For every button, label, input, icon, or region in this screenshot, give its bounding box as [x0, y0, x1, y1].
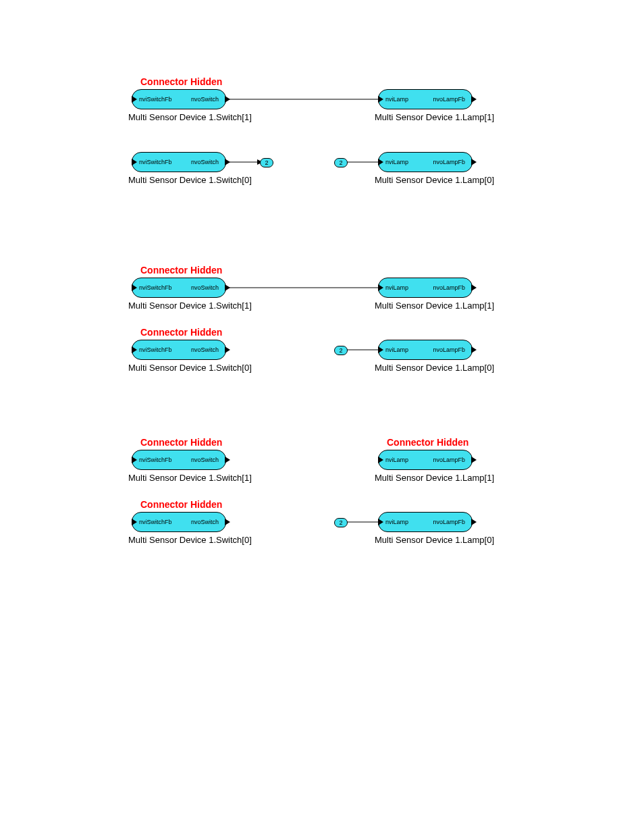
arrow-out-icon	[471, 346, 477, 353]
caption-switch1-g3: Multi Sensor Device 1.Switch[1]	[128, 473, 252, 483]
port-in-label: nviLamp	[385, 519, 408, 525]
connector-hidden-label: Connector Hidden	[140, 437, 222, 448]
port-in-label: nviLamp	[385, 159, 408, 165]
port-out-label: nvoLampFb	[433, 159, 465, 165]
arrow-in-icon	[132, 519, 137, 525]
block-switch0-g1[interactable]: nviSwitchFb nvoSwitch	[132, 152, 226, 172]
connector-hidden-label: Connector Hidden	[140, 327, 222, 338]
block-switch1-g1[interactable]: nviSwitchFb nvoSwitch	[132, 89, 226, 109]
caption-lamp1-g2: Multi Sensor Device 1.Lamp[1]	[375, 301, 494, 311]
arrow-in-icon	[132, 284, 137, 291]
block-lamp1-g3[interactable]: nviLamp nvoLampFb	[378, 450, 473, 470]
caption-lamp1-g1: Multi Sensor Device 1.Lamp[1]	[375, 112, 494, 122]
arrow-in-icon	[378, 159, 383, 165]
port-in-label: nviSwitchFb	[139, 96, 172, 103]
connection-ref-badge[interactable]: 2	[334, 158, 348, 167]
connection-ref-badge[interactable]: 2	[260, 158, 273, 167]
block-lamp0-g2[interactable]: nviLamp nvoLampFb	[378, 340, 473, 360]
port-in-label: nviLamp	[385, 96, 408, 103]
block-lamp0-g3[interactable]: nviLamp nvoLampFb	[378, 512, 473, 532]
port-in-label: nviSwitchFb	[139, 346, 172, 353]
arrow-out-icon	[471, 519, 477, 525]
port-out-label: nvoLampFb	[433, 346, 465, 353]
arrow-in-icon	[378, 96, 383, 103]
port-out-label: nvoLampFb	[433, 457, 465, 463]
connector-hidden-label: Connector Hidden	[140, 499, 222, 510]
arrow-in-icon	[378, 284, 383, 291]
port-out-label: nvoSwitch	[191, 519, 219, 525]
arrow-out-icon	[471, 457, 477, 463]
arrow-out-icon	[225, 457, 230, 463]
arrow-out-icon	[225, 284, 230, 291]
caption-switch0-g1: Multi Sensor Device 1.Switch[0]	[128, 175, 252, 185]
connector-hidden-label: Connector Hidden	[387, 437, 468, 448]
block-switch1-g2[interactable]: nviSwitchFb nvoSwitch	[132, 278, 226, 298]
connection-ref-badge[interactable]: 2	[334, 346, 348, 355]
port-out-label: nvoLampFb	[433, 284, 465, 291]
caption-lamp0-g1: Multi Sensor Device 1.Lamp[0]	[375, 175, 494, 185]
arrow-in-icon	[132, 159, 137, 165]
arrow-in-icon	[132, 346, 137, 353]
port-out-label: nvoSwitch	[191, 346, 219, 353]
arrow-out-icon	[471, 159, 477, 165]
port-in-label: nviLamp	[385, 457, 408, 463]
connection-ref-badge[interactable]: 2	[334, 518, 348, 527]
port-out-label: nvoLampFb	[433, 519, 465, 525]
block-lamp1-g1[interactable]: nviLamp nvoLampFb	[378, 89, 473, 109]
port-in-label: nviLamp	[385, 346, 408, 353]
connector-hidden-label: Connector Hidden	[140, 265, 222, 276]
port-out-label: nvoSwitch	[191, 96, 219, 103]
arrow-in-icon	[132, 96, 137, 103]
arrow-out-icon	[225, 346, 230, 353]
port-out-label: nvoLampFb	[433, 96, 465, 103]
arrow-out-icon	[225, 96, 230, 103]
arrow-in-icon	[378, 519, 383, 525]
port-in-label: nviSwitchFb	[139, 159, 172, 165]
caption-switch0-g2: Multi Sensor Device 1.Switch[0]	[128, 363, 252, 373]
block-lamp1-g2[interactable]: nviLamp nvoLampFb	[378, 278, 473, 298]
port-in-label: nviSwitchFb	[139, 457, 172, 463]
arrow-in-icon	[378, 457, 383, 463]
arrow-in-icon	[132, 457, 137, 463]
arrow-in-icon	[378, 346, 383, 353]
block-switch0-g2[interactable]: nviSwitchFb nvoSwitch	[132, 340, 226, 360]
connector-hidden-label: Connector Hidden	[140, 76, 222, 87]
wires-layer	[0, 0, 644, 834]
port-out-label: nvoSwitch	[191, 457, 219, 463]
arrow-out-icon	[471, 284, 477, 291]
port-in-label: nviSwitchFb	[139, 284, 172, 291]
caption-lamp0-g2: Multi Sensor Device 1.Lamp[0]	[375, 363, 494, 373]
caption-lamp1-g3: Multi Sensor Device 1.Lamp[1]	[375, 473, 494, 483]
port-out-label: nvoSwitch	[191, 159, 219, 165]
caption-switch1-g2: Multi Sensor Device 1.Switch[1]	[128, 301, 252, 311]
caption-lamp0-g3: Multi Sensor Device 1.Lamp[0]	[375, 535, 494, 545]
block-switch1-g3[interactable]: nviSwitchFb nvoSwitch	[132, 450, 226, 470]
diagram-canvas: Connector Hidden nviSwitchFb nvoSwitch M…	[0, 0, 644, 834]
caption-switch1-g1: Multi Sensor Device 1.Switch[1]	[128, 112, 252, 122]
port-in-label: nviSwitchFb	[139, 519, 172, 525]
arrow-out-icon	[225, 159, 230, 165]
arrow-out-icon	[471, 96, 477, 103]
port-out-label: nvoSwitch	[191, 284, 219, 291]
block-lamp0-g1[interactable]: nviLamp nvoLampFb	[378, 152, 473, 172]
port-in-label: nviLamp	[385, 284, 408, 291]
arrow-out-icon	[225, 519, 230, 525]
caption-switch0-g3: Multi Sensor Device 1.Switch[0]	[128, 535, 252, 545]
block-switch0-g3[interactable]: nviSwitchFb nvoSwitch	[132, 512, 226, 532]
